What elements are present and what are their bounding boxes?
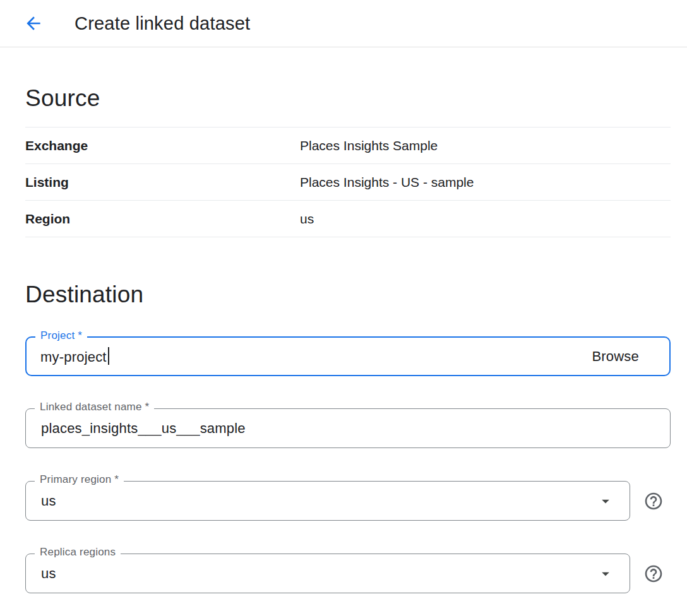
source-table: Exchange Places Insights Sample Listing … (25, 127, 671, 237)
source-row-region: Region us (25, 201, 671, 237)
help-icon (643, 564, 664, 584)
main-content: Source Exchange Places Insights Sample L… (0, 85, 687, 593)
help-icon (643, 491, 664, 511)
browse-button[interactable]: Browse (592, 348, 655, 365)
page-title: Create linked dataset (75, 13, 250, 34)
back-button[interactable] (19, 9, 48, 38)
dataset-name-input[interactable]: places_insights___us___sample (41, 420, 246, 437)
source-heading: Source (25, 85, 671, 112)
source-row-exchange: Exchange Places Insights Sample (25, 127, 671, 164)
replica-regions-value: us (41, 566, 56, 582)
destination-heading: Destination (25, 281, 671, 308)
row-value: Places Insights Sample (300, 138, 438, 153)
arrow-drop-down-icon (597, 565, 614, 583)
replica-regions-row: Replica regions us (25, 554, 671, 593)
primary-region-select[interactable]: Primary region * us (25, 481, 630, 521)
header: Create linked dataset (0, 0, 687, 47)
project-input[interactable]: my-project (40, 347, 109, 365)
primary-region-value: us (41, 493, 56, 509)
row-value: us (300, 211, 314, 227)
primary-region-help-button[interactable] (643, 490, 664, 512)
row-value: Places Insights - US - sample (300, 175, 474, 190)
row-label: Region (25, 211, 300, 227)
primary-region-label: Primary region * (35, 473, 124, 486)
arrow-drop-down-icon (597, 492, 614, 510)
primary-region-row: Primary region * us (25, 481, 671, 521)
replica-regions-select[interactable]: Replica regions us (25, 554, 630, 593)
replica-regions-help-button[interactable] (643, 563, 664, 584)
row-label: Listing (25, 175, 300, 190)
source-row-listing: Listing Places Insights - US - sample (25, 164, 671, 201)
dataset-name-field[interactable]: Linked dataset name * places_insights___… (25, 408, 671, 448)
arrow-back-icon (23, 13, 44, 33)
text-cursor (108, 347, 109, 365)
dataset-name-label: Linked dataset name * (35, 401, 154, 413)
row-label: Exchange (25, 138, 300, 153)
project-field[interactable]: Project * my-project Browse (25, 336, 671, 376)
project-input-value: my-project (40, 349, 107, 365)
replica-regions-label: Replica regions (35, 546, 121, 559)
project-field-label: Project * (35, 329, 87, 342)
